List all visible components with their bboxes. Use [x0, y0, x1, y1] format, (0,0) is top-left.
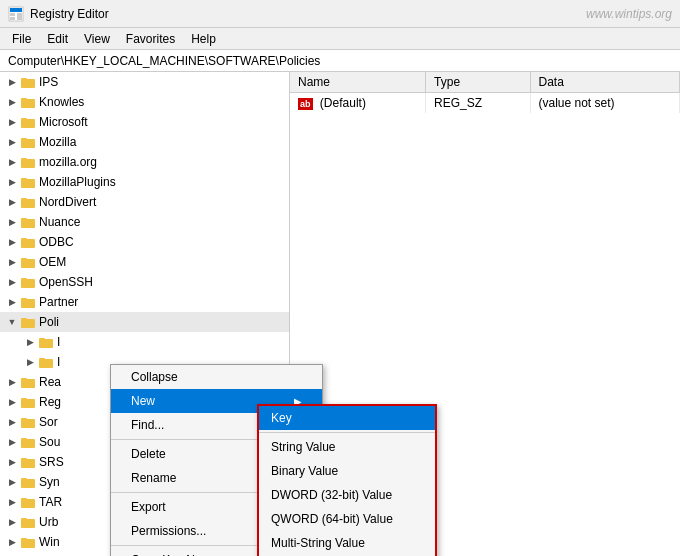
- tree-item-odbc[interactable]: ▶ ODBC: [0, 232, 289, 252]
- folder-icon-syn: [20, 474, 36, 490]
- submenu-binaryvalue-label: Binary Value: [271, 464, 338, 478]
- tree-item-nuance[interactable]: ▶ Nuance: [0, 212, 289, 232]
- menu-bar: File Edit View Favorites Help: [0, 28, 680, 50]
- folder-icon-microsoft: [20, 114, 36, 130]
- svg-rect-10: [21, 118, 27, 120]
- svg-rect-7: [21, 99, 35, 108]
- tree-item-partner[interactable]: ▶ Partner: [0, 292, 289, 312]
- col-data: Data: [530, 72, 680, 93]
- tree-label-sou: Sou: [39, 435, 60, 449]
- tree-label-ips: IPS: [39, 75, 58, 89]
- tree-label-sub1: I: [57, 335, 60, 349]
- app-icon: [8, 6, 24, 22]
- tree-item-knowles[interactable]: ▶ Knowles: [0, 92, 289, 112]
- tree-item-policies[interactable]: ▼ Poli: [0, 312, 289, 332]
- registry-data: (value not set): [530, 93, 680, 113]
- svg-rect-8: [21, 98, 27, 100]
- submenu-dword-label: DWORD (32-bit) Value: [271, 488, 392, 502]
- address-path: Computer\HKEY_LOCAL_MACHINE\SOFTWARE\Pol…: [8, 54, 320, 68]
- svg-rect-44: [21, 458, 27, 460]
- svg-rect-17: [21, 199, 35, 208]
- registry-table: Name Type Data ab (Default) REG_SZ (valu…: [290, 72, 680, 113]
- folder-icon-srs: [20, 454, 36, 470]
- svg-rect-13: [21, 159, 35, 168]
- tree-item-norddivert[interactable]: ▶ NordDivert: [0, 192, 289, 212]
- tree-label-openssh: OpenSSH: [39, 275, 93, 289]
- svg-rect-26: [21, 278, 27, 280]
- col-name: Name: [290, 72, 426, 93]
- tree-label-norddivert: NordDivert: [39, 195, 96, 209]
- svg-rect-40: [21, 418, 27, 420]
- expand-icon-mozillaorg: ▶: [4, 154, 20, 170]
- registry-name: (Default): [320, 96, 366, 110]
- svg-rect-47: [21, 499, 35, 508]
- submenu-item-qword[interactable]: QWORD (64-bit) Value: [259, 507, 435, 531]
- watermark: www.wintips.org: [586, 7, 672, 21]
- svg-rect-1: [10, 8, 22, 12]
- app-title: Registry Editor: [30, 7, 109, 21]
- tree-label-syn: Syn: [39, 475, 60, 489]
- tree-item-oem[interactable]: ▶ OEM: [0, 252, 289, 272]
- folder-icon-sou: [20, 434, 36, 450]
- tree-label-mozillaorg: mozilla.org: [39, 155, 97, 169]
- svg-rect-49: [21, 519, 35, 528]
- tree-item-mozillaorg[interactable]: ▶ mozilla.org: [0, 152, 289, 172]
- svg-rect-12: [21, 138, 27, 140]
- svg-rect-51: [21, 539, 35, 548]
- registry-name-cell: ab (Default): [290, 93, 426, 113]
- tree-item-ips[interactable]: ▶ IPS: [0, 72, 289, 92]
- folder-icon-urb: [20, 514, 36, 530]
- context-menu-collapse[interactable]: Collapse: [111, 365, 322, 389]
- tree-label-urb: Urb: [39, 515, 58, 529]
- folder-icon-mozillaplugins: [20, 174, 36, 190]
- expand-icon-norddivert: ▶: [4, 194, 20, 210]
- submenu-key-label: Key: [271, 411, 292, 425]
- svg-rect-19: [21, 219, 35, 228]
- menu-file[interactable]: File: [4, 30, 39, 48]
- ab-icon: ab: [298, 98, 313, 110]
- tree-label-win: Win: [39, 535, 60, 549]
- tree-label-sor: Sor: [39, 415, 58, 429]
- expand-icon-ips: ▶: [4, 74, 20, 90]
- menu-favorites[interactable]: Favorites: [118, 30, 183, 48]
- submenu-item-key[interactable]: Key: [259, 406, 435, 430]
- submenu-item-binaryvalue[interactable]: Binary Value: [259, 459, 435, 483]
- svg-rect-23: [21, 259, 35, 268]
- folder-icon-nuance: [20, 214, 36, 230]
- expand-icon-reg: ▶: [4, 394, 20, 410]
- svg-rect-34: [39, 358, 45, 360]
- tree-label-microsoft: Microsoft: [39, 115, 88, 129]
- svg-rect-16: [21, 178, 27, 180]
- svg-rect-37: [21, 399, 35, 408]
- svg-rect-38: [21, 398, 27, 400]
- table-row[interactable]: ab (Default) REG_SZ (value not set): [290, 93, 680, 113]
- expand-icon-knowles: ▶: [4, 94, 20, 110]
- submenu-qword-label: QWORD (64-bit) Value: [271, 512, 393, 526]
- submenu-item-stringvalue[interactable]: String Value: [259, 435, 435, 459]
- tree-item-sub1[interactable]: ▶ I: [0, 332, 289, 352]
- svg-rect-45: [21, 479, 35, 488]
- svg-rect-11: [21, 139, 35, 148]
- context-menu-export-label: Export: [131, 500, 166, 514]
- submenu-item-multistring[interactable]: Multi-String Value: [259, 531, 435, 555]
- folder-icon-sub2: [38, 354, 54, 370]
- tree-item-openssh[interactable]: ▶ OpenSSH: [0, 272, 289, 292]
- menu-edit[interactable]: Edit: [39, 30, 76, 48]
- context-menu-collapse-label: Collapse: [131, 370, 178, 384]
- folder-icon-reg: [20, 394, 36, 410]
- tree-item-mozillaplugins[interactable]: ▶ MozillaPlugins: [0, 172, 289, 192]
- submenu-stringvalue-label: String Value: [271, 440, 335, 454]
- tree-item-mozilla[interactable]: ▶ Mozilla: [0, 132, 289, 152]
- submenu: Key String Value Binary Value DWORD (32-…: [257, 404, 437, 556]
- folder-icon-rea: [20, 374, 36, 390]
- expand-icon-partner: ▶: [4, 294, 20, 310]
- tree-item-microsoft[interactable]: ▶ Microsoft: [0, 112, 289, 132]
- svg-rect-25: [21, 279, 35, 288]
- tree-label-policies: Poli: [39, 315, 59, 329]
- submenu-item-dword[interactable]: DWORD (32-bit) Value: [259, 483, 435, 507]
- tree-label-reg: Reg: [39, 395, 61, 409]
- menu-help[interactable]: Help: [183, 30, 224, 48]
- menu-view[interactable]: View: [76, 30, 118, 48]
- svg-rect-42: [21, 438, 27, 440]
- folder-icon-knowles: [20, 94, 36, 110]
